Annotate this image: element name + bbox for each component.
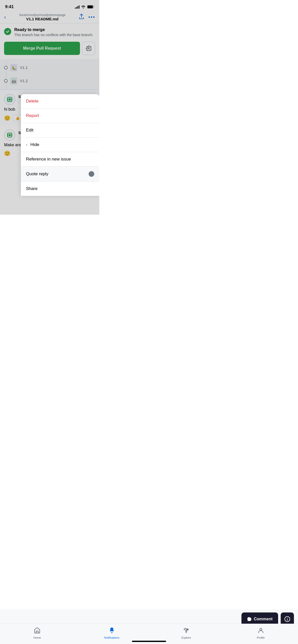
context-menu: Delete Report Edit › Hide Reference in n… (21, 94, 99, 196)
menu-item-report-label: Report (26, 113, 39, 118)
menu-item-delete-label: Delete (26, 99, 38, 104)
menu-item-quote-reply[interactable]: Quote reply (21, 167, 99, 182)
menu-item-hide[interactable]: › Hide (21, 138, 99, 152)
menu-item-delete[interactable]: Delete (21, 94, 99, 109)
quote-reply-indicator (89, 171, 94, 177)
menu-item-reference[interactable]: Reference in new issue (21, 152, 99, 167)
chevron-right-icon: › (26, 142, 27, 147)
menu-item-share-label: Share (26, 186, 37, 191)
menu-item-report[interactable]: Report (21, 109, 99, 123)
menu-item-hide-label: Hide (30, 142, 39, 147)
menu-item-quote-reply-label: Quote reply (26, 171, 48, 177)
menu-item-edit-label: Edit (26, 128, 33, 133)
menu-item-reference-label: Reference in new issue (26, 157, 71, 162)
menu-item-share[interactable]: Share (21, 182, 99, 196)
menu-item-edit[interactable]: Edit (21, 123, 99, 138)
